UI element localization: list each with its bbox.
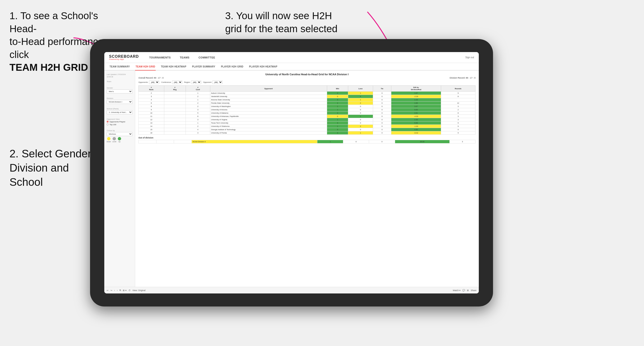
opponent-view-section: Opponent View Opponents Played Top 100 — [107, 118, 132, 126]
division-select[interactable]: NCAA Division I NCAA Division II NCAA Di… — [107, 100, 132, 104]
ood-diff: 26.00 — [395, 140, 450, 143]
ood-tie: 0 — [369, 140, 395, 143]
opponent-view-group: Opponents Played Top 100 — [107, 121, 132, 126]
redo-btn[interactable]: ↪ — [110, 289, 112, 292]
sub-nav-player-h2h-grid[interactable]: PLAYER H2H GRID — [220, 63, 244, 71]
undo-btn[interactable]: ↩ — [107, 289, 108, 292]
table-row: 10 5 University of Alabama 3 0 0 2.61 8 — [139, 112, 476, 115]
filter-opponents-label: Opponents: — [138, 81, 148, 83]
table-row: 12 3 University of Virginia 1 0 0 2.33 3 — [139, 118, 476, 121]
filter-row: Opponents: (All) Conference (All) Region — [138, 80, 476, 84]
paste-btn[interactable]: ⊞ ▾ — [123, 289, 126, 292]
tablet: SCOREBOARD Powered by clippi TOURNAMENTS… — [90, 39, 493, 307]
grid-btn[interactable]: ⊞ — [467, 289, 469, 292]
grid-title: University of North Carolina Head-to-Hea… — [138, 73, 476, 76]
comment-btn[interactable]: 💬 — [462, 289, 465, 292]
filter-region-label: Region — [184, 81, 190, 83]
th-rank: #Rank — [139, 86, 164, 92]
annotation-3: 3. You will now see H2H grid for the tea… — [225, 9, 363, 35]
nav-tournaments[interactable]: TOURNAMENTS — [148, 56, 172, 59]
school-section: School (Rank) 1. University of Nort... — [107, 108, 132, 114]
sub-nav-player-h2h-heatmap[interactable]: PLAYER H2H HEATMAP — [249, 63, 278, 71]
colour-up-dot — [118, 137, 121, 140]
nav-committee[interactable]: COMMITTEE — [198, 56, 216, 59]
team-section: Team — [107, 80, 132, 83]
top100-option[interactable]: Top 100 — [107, 124, 132, 126]
nav-fwd-btn[interactable]: › — [117, 289, 118, 292]
nav-back-btn[interactable]: ‹ — [114, 289, 115, 292]
share-btn[interactable]: Share — [471, 289, 476, 292]
table-row: 9 3 University of Arizona 1 0 0 9.00 2 — [139, 108, 476, 112]
filter-opponent-label: Opponent — [203, 81, 212, 83]
table-row: 2 1 Auburn University 2 1 0 1.67 9 — [139, 92, 476, 95]
opponent-filter-select[interactable]: (All) — [212, 80, 222, 84]
out-of-division-table: NCAA Division II 1 0 0 26.00 3 — [138, 140, 476, 143]
colour-level-dot — [112, 137, 116, 140]
view-original-btn[interactable]: View: Original — [132, 289, 146, 292]
ood-name: NCAA Division II — [192, 140, 318, 143]
division-record: Division Record: 88 - 17 - 0 — [450, 77, 476, 79]
ood-rank — [139, 140, 156, 143]
sub-nav-team-summary[interactable]: TEAM SUMMARY — [109, 63, 130, 71]
content-area: Last Updated: 27/03/2024 16:55:38 Team G… — [104, 71, 479, 287]
sub-nav-team-h2h-heatmap[interactable]: TEAM H2H HEATMAP — [160, 63, 187, 71]
table-row: 4 1 Arizona State University 5 1 0 2.29 — [139, 98, 476, 102]
th-opponent: Opponent — [210, 86, 327, 92]
opponents-played-radio[interactable] — [107, 121, 108, 123]
th-conf: #Conf — [186, 86, 210, 92]
nav-bar: SCOREBOARD Powered by clippi TOURNAMENTS… — [104, 52, 479, 63]
ood-win: 1 — [318, 140, 343, 143]
colour-down-dot — [107, 137, 110, 140]
opponents-filter-select[interactable]: (All) — [149, 80, 159, 84]
th-reg: #Reg — [164, 86, 186, 92]
sub-nav: TEAM SUMMARY TEAM H2H GRID TEAM H2H HEAT… — [104, 63, 479, 71]
record-row: Overall Record: 89 - 17 - 0 Division Rec… — [138, 77, 476, 79]
table-header-row: #Rank #Reg #Conf Opponent Win Loss Tie D… — [139, 86, 476, 92]
ood-conf — [174, 140, 192, 143]
division-label: Division — [107, 97, 132, 99]
table-row: 15 4 Georgia Institute of Technology 5 0… — [139, 128, 476, 131]
conference-filter-select[interactable]: (All) — [172, 80, 182, 84]
out-of-division-row: NCAA Division II 1 0 0 26.00 3 — [139, 140, 476, 143]
division-section: Division NCAA Division I NCAA Division I… — [107, 97, 132, 104]
filter-region: Region (All) — [184, 80, 201, 84]
sub-nav-player-summary[interactable]: PLAYER SUMMARY — [192, 63, 216, 71]
colour-dots: Down Level Up — [107, 137, 132, 143]
school-label: School (Rank) — [107, 108, 132, 110]
ood-reg — [156, 140, 174, 143]
watch-btn[interactable]: Watch ▾ — [453, 289, 460, 292]
opponent-view-label: Opponent View — [107, 118, 132, 120]
table-row: 11 6 University of Arkansas, Fayettevill… — [139, 115, 476, 118]
clock-btn[interactable]: ⏱ — [128, 289, 130, 292]
filter-conference-label: Conference — [161, 81, 171, 83]
nav-teams[interactable]: TEAMS — [179, 56, 190, 59]
th-loss: Loss — [348, 86, 373, 92]
gender-select[interactable]: Men's Women's — [107, 89, 132, 93]
filter-opponents: Opponents: (All) — [138, 80, 159, 84]
ood-loss: 0 — [343, 140, 369, 143]
copy-btn[interactable]: ⧉ — [120, 289, 121, 292]
logo-sub: Powered by clippi — [109, 58, 139, 60]
opponents-played-option[interactable]: Opponents Played — [107, 121, 132, 123]
th-tie: Tie — [373, 86, 391, 92]
colour-by-label: Colour by — [107, 130, 132, 132]
out-of-division-header: Out of division — [138, 137, 476, 139]
gender-label: Gender — [107, 87, 132, 89]
overall-record: Overall Record: 89 - 17 - 0 — [138, 77, 164, 79]
school-select[interactable]: 1. University of Nort... — [107, 110, 132, 114]
tablet-screen: SCOREBOARD Powered by clippi TOURNAMENTS… — [104, 52, 479, 294]
last-updated: Last Updated: 27/03/2024 16:55:38 — [107, 73, 132, 78]
th-rounds: Rounds — [441, 86, 475, 92]
colour-by-select[interactable]: Win/loss Strokes/Rnd — [107, 132, 132, 136]
ood-rounds: 3 — [450, 140, 475, 143]
colour-by-section: Colour by Win/loss Strokes/Rnd Down Leve… — [107, 130, 132, 143]
top100-radio[interactable] — [107, 124, 108, 125]
main-area: University of North Carolina Head-to-Hea… — [135, 71, 479, 287]
h2h-table: #Rank #Reg #Conf Opponent Win Loss Tie D… — [138, 85, 476, 135]
filter-opponent: Opponent (All) — [203, 80, 222, 84]
table-row: 6 2 Florida State University 2 2 0 1.83 … — [139, 102, 476, 105]
sub-nav-team-h2h-grid[interactable]: TEAM H2H GRID — [135, 63, 156, 71]
region-filter-select[interactable]: (All) — [191, 80, 201, 84]
sign-out[interactable]: Sign out — [465, 56, 474, 59]
table-row: 8 2 University of Washington 1 0 0 3.67 … — [139, 105, 476, 108]
